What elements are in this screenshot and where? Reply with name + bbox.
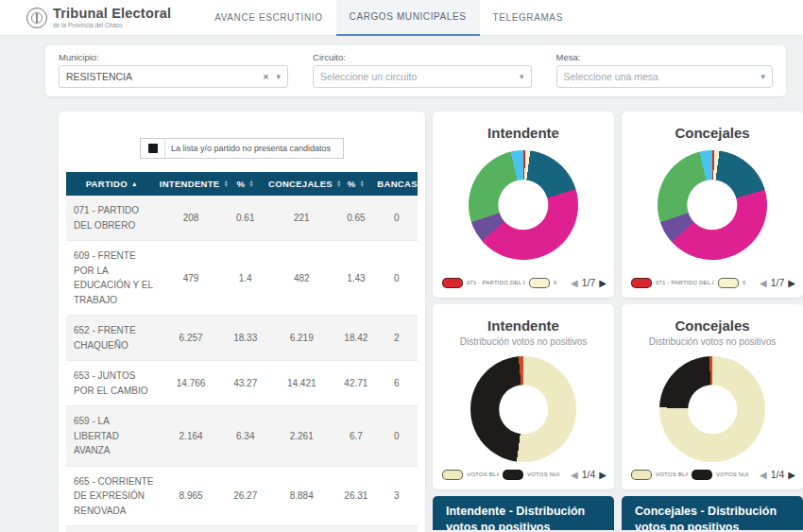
legend-next-icon[interactable]: ▶ bbox=[599, 470, 607, 480]
legend-next-icon[interactable]: ▶ bbox=[599, 278, 607, 288]
table-row: 665 - CORRIENTE DE EXPRESIÓN RENOVADA8.9… bbox=[66, 466, 418, 526]
filter-municipio: Municipio: RESISTENCIA × ▾ bbox=[59, 52, 288, 90]
main-nav: AVANCE ESCRUTINIO CARGOS MUNICIPALES TEL… bbox=[201, 0, 576, 36]
nav-avance-escrutinio[interactable]: AVANCE ESCRUTINIO bbox=[201, 0, 335, 36]
filter-mesa: Mesa: Seleccione una mesa ▾ bbox=[556, 52, 773, 90]
table-row: 652 - FRENTE CHAQUEÑO6.25718.336.21918.4… bbox=[66, 316, 418, 361]
cell-partido: 652 - FRENTE CHAQUEÑO bbox=[66, 316, 158, 361]
filters-card: Municipio: RESISTENCIA × ▾ Circuito: Sel… bbox=[45, 45, 786, 96]
circuito-select[interactable]: Seleccione un circuito ▾ bbox=[313, 65, 531, 88]
cell-partido: 665 - CORRIENTE DE EXPRESIÓN RENOVADA bbox=[66, 466, 158, 526]
legend-swatch bbox=[718, 278, 739, 288]
nav-cargos-municipales[interactable]: CARGOS MUNICIPALES bbox=[336, 0, 480, 36]
cell-concejales: 2.261 bbox=[266, 406, 336, 467]
brand-subtitle: de la Provincia del Chaco bbox=[53, 23, 171, 29]
col-bancas[interactable]: BANCAS▲▼ bbox=[375, 172, 418, 196]
legend-prev-icon[interactable]: ◀ bbox=[571, 278, 578, 288]
col-partido[interactable]: PARTIDO▲ bbox=[66, 172, 158, 196]
cell-concejales: 8.884 bbox=[266, 466, 336, 526]
no-candidates-text: La lista y/o partido no presenta candida… bbox=[165, 144, 336, 153]
intendente-donut-chart[interactable] bbox=[469, 150, 578, 260]
cell-con-pct: 3.79 bbox=[336, 526, 375, 532]
chart-legend: 071 - PARTIDO DEL OBRERO 6 ◀ 1/7 ▶ bbox=[442, 277, 607, 288]
concejales-donut-chart[interactable] bbox=[658, 150, 767, 260]
legend-next-icon[interactable]: ▶ bbox=[788, 470, 795, 480]
legend-label: VOTOS NUL bbox=[527, 472, 559, 477]
col-concejales-pct[interactable]: %▲▼ bbox=[336, 172, 375, 196]
chart-legend: VOTOS BLANCOS VOTOS NUL ◀ 1/4 ▶ bbox=[442, 469, 607, 480]
municipio-label: Municipio: bbox=[59, 52, 288, 62]
cell-bancas: 0 bbox=[375, 241, 418, 316]
cell-bancas: 3 bbox=[375, 466, 418, 526]
cell-intendente: 208 bbox=[158, 196, 225, 241]
col-intendente-pct[interactable]: %▲▼ bbox=[224, 172, 266, 196]
chevron-down-icon: ▾ bbox=[277, 72, 282, 81]
cell-int-pct: 18.33 bbox=[224, 316, 266, 361]
cell-con-pct: 26.31 bbox=[336, 466, 375, 526]
chevron-down-icon: ▾ bbox=[760, 72, 765, 81]
cell-partido: 659 - LA LIBERTAD AVANZA bbox=[66, 406, 158, 467]
table-row: 659 - LA LIBERTAD AVANZA2.1646.342.2616.… bbox=[66, 406, 418, 467]
legend-prev-icon[interactable]: ◀ bbox=[760, 278, 767, 288]
legend-swatch bbox=[692, 470, 712, 480]
cell-intendente: 1.289 bbox=[158, 526, 225, 532]
sort-asc-icon: ▲ bbox=[131, 180, 138, 187]
chart-legend: 071 - PARTIDO DEL OBRERO 6 ◀ 1/7 ▶ bbox=[631, 277, 795, 288]
brand: Tribunal Electoral de la Provincia del C… bbox=[26, 7, 171, 28]
legend-label: VOTOS BLANCOS bbox=[656, 472, 688, 477]
cell-int-pct: 43.27 bbox=[224, 361, 266, 406]
cell-bancas: 6 bbox=[375, 361, 418, 406]
cell-partido: 668 - LIBERTARIOS EN ACCIÓN bbox=[66, 526, 158, 532]
cell-concejales: 1.279 bbox=[266, 526, 336, 532]
cell-con-pct: 1.43 bbox=[336, 241, 375, 316]
clear-icon[interactable]: × bbox=[263, 71, 268, 82]
nav-telegramas[interactable]: TELEGRAMAS bbox=[480, 0, 576, 36]
section-header-intendente-no-positivos: Intendente - Distribución votos no posit… bbox=[433, 496, 614, 530]
cell-partido: 071 - PARTIDO DEL OBRERO bbox=[66, 196, 158, 241]
cell-intendente: 8.965 bbox=[158, 466, 225, 526]
cell-bancas: 0 bbox=[375, 196, 418, 241]
cell-intendente: 479 bbox=[158, 241, 225, 316]
chevron-down-icon: ▾ bbox=[520, 72, 524, 81]
cell-intendente: 14.766 bbox=[158, 361, 225, 406]
legend-page: 1/7 bbox=[582, 277, 596, 288]
legend-swatch bbox=[442, 470, 463, 480]
cell-int-pct: 0.61 bbox=[224, 196, 266, 241]
chart-card-intendente: Intendente 071 - PARTIDO DEL OBRERO 6 ◀ … bbox=[433, 112, 614, 298]
cell-concejales: 482 bbox=[266, 241, 336, 316]
cell-bancas: 0 bbox=[375, 406, 418, 467]
circuito-placeholder: Seleccione un circuito bbox=[320, 71, 520, 82]
legend-label: 071 - PARTIDO DEL OBRERO bbox=[467, 280, 525, 285]
municipio-value: RESISTENCIA bbox=[66, 71, 263, 82]
results-table-card: La lista y/o partido no presenta candida… bbox=[59, 112, 425, 532]
chart-title: Intendente bbox=[487, 317, 559, 334]
circuito-label: Circuito: bbox=[313, 52, 531, 62]
legend-next-icon[interactable]: ▶ bbox=[788, 278, 795, 288]
cell-concejales: 14.421 bbox=[266, 361, 336, 406]
mesa-placeholder: Seleccione una mesa bbox=[564, 71, 761, 82]
cell-int-pct: 6.34 bbox=[224, 406, 266, 467]
legend-prev-icon[interactable]: ◀ bbox=[571, 470, 578, 480]
intendente-no-positivos-donut-chart[interactable] bbox=[470, 356, 576, 462]
sort-both-icon: ▲▼ bbox=[359, 180, 365, 187]
mesa-select[interactable]: Seleccione una mesa ▾ bbox=[556, 65, 773, 88]
cell-intendente: 2.164 bbox=[158, 406, 225, 467]
legend-label: VOTOS NUL bbox=[716, 472, 748, 477]
cell-int-pct: 1.4 bbox=[224, 241, 266, 316]
legend-label: 6 bbox=[554, 280, 557, 285]
table-row: 071 - PARTIDO DEL OBRERO2080.612210.650 bbox=[66, 196, 418, 241]
results-table: PARTIDO▲ INTENDENTE▲▼ %▲▼ CONCEJALES▲▼ %… bbox=[66, 172, 418, 532]
cell-bancas: 0 bbox=[375, 526, 418, 532]
cell-partido: 609 - FRENTE POR LA EDUCACIÓN Y EL TRABA… bbox=[66, 241, 158, 316]
col-concejales[interactable]: CONCEJALES▲▼ bbox=[266, 172, 336, 196]
cell-concejales: 6.219 bbox=[266, 316, 336, 361]
col-intendente[interactable]: INTENDENTE▲▼ bbox=[158, 172, 225, 196]
legend-page: 1/4 bbox=[582, 469, 596, 480]
chart-card-concejales-no-positivos: Concejales Distribución votos no positiv… bbox=[622, 304, 803, 489]
legend-swatch bbox=[529, 278, 550, 288]
legend-prev-icon[interactable]: ◀ bbox=[760, 470, 767, 480]
municipio-select[interactable]: RESISTENCIA × ▾ bbox=[59, 65, 288, 88]
cell-bancas: 2 bbox=[375, 316, 418, 361]
concejales-no-positivos-donut-chart[interactable] bbox=[659, 356, 765, 462]
cell-intendente: 6.257 bbox=[158, 316, 225, 361]
